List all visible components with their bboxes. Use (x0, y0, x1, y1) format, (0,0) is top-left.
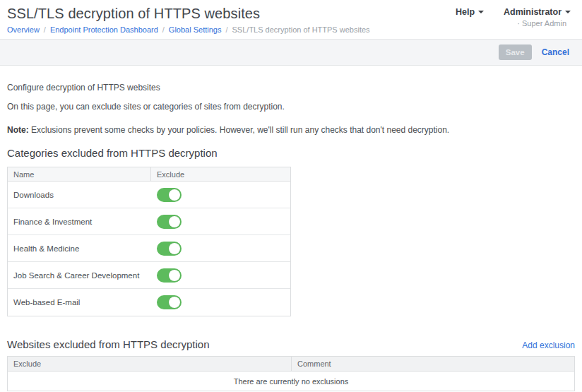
column-header-exclude: Exclude (8, 357, 292, 371)
table-row: Health & Medicine (8, 235, 290, 262)
category-name: Web-based E-mail (8, 298, 151, 307)
intro-line-2: On this page, you can exclude sites or c… (7, 102, 575, 112)
exclude-cell (151, 295, 290, 309)
save-button[interactable]: Save (499, 44, 532, 60)
column-header-exclude: Exclude (151, 170, 290, 179)
category-name: Health & Medicine (8, 244, 151, 253)
column-header-comment: Comment (292, 360, 574, 368)
toggle-knob (169, 216, 180, 227)
note-label: Note: (7, 125, 29, 135)
caret-down-icon (478, 11, 484, 13)
websites-table: Exclude Comment There are currently no e… (7, 356, 575, 391)
categories-table: Name Exclude Downloads Finance & Investm… (7, 167, 291, 316)
exclude-cell (151, 268, 290, 283)
table-row: Downloads (8, 182, 290, 208)
exclude-toggle[interactable] (157, 268, 182, 283)
cancel-button[interactable]: Cancel (542, 47, 569, 57)
main-content: Configure decryption of HTTPS websites O… (0, 83, 582, 391)
page: SSL/TLS decryption of HTTPS websites Ove… (0, 0, 582, 392)
table-row: Finance & Investment (8, 208, 290, 235)
category-name: Finance & Investment (8, 218, 151, 226)
page-header: SSL/TLS decryption of HTTPS websites Ove… (0, 0, 582, 39)
websites-table-header: Exclude Comment (8, 357, 574, 372)
action-toolbar: Save Cancel (0, 39, 582, 66)
exclude-toggle[interactable] (157, 215, 182, 229)
column-header-name: Name (8, 167, 151, 181)
toggle-knob (169, 243, 180, 254)
help-menu[interactable]: Help (456, 7, 484, 17)
breadcrumb-separator: / (44, 25, 46, 34)
user-menu[interactable]: Administrator (504, 7, 571, 17)
exclude-toggle[interactable] (157, 242, 182, 256)
websites-section-header-row: Websites excluded from HTTPS decryption … (7, 338, 575, 350)
toggle-knob (169, 189, 180, 201)
caret-down-icon (565, 11, 571, 13)
breadcrumb-link-endpoint-dashboard[interactable]: Endpoint Protection Dashboard (50, 25, 158, 34)
user-role-label: · Super Admin (517, 19, 566, 28)
breadcrumb-current: SSL/TLS decryption of HTTPS websites (232, 25, 370, 34)
exclude-toggle[interactable] (157, 188, 182, 202)
breadcrumb-separator: / (225, 25, 227, 34)
breadcrumb-separator: / (162, 25, 165, 34)
add-exclusion-link[interactable]: Add exclusion (522, 340, 575, 350)
exclude-toggle[interactable] (157, 295, 182, 309)
empty-state-row: There are currently no exclusions (8, 372, 574, 391)
table-row: Job Search & Career Development (8, 262, 290, 289)
toggle-knob (169, 270, 180, 281)
user-menu-block: Administrator · Super Admin (504, 7, 571, 28)
category-name: Downloads (8, 191, 151, 199)
table-row: Web-based E-mail (8, 289, 290, 316)
websites-section-heading: Websites excluded from HTTPS decryption (7, 338, 210, 350)
categories-section-heading: Categories excluded from HTTPS decryptio… (7, 147, 575, 159)
note-text: Exclusions prevent some checks by your p… (29, 125, 450, 135)
breadcrumb-link-overview[interactable]: Overview (7, 25, 40, 34)
exclude-cell (151, 215, 290, 229)
intro-line-1: Configure decryption of HTTPS websites (7, 83, 575, 93)
user-menu-label: Administrator (504, 7, 562, 17)
category-name: Job Search & Career Development (8, 271, 151, 280)
intro-note: Note: Exclusions prevent some checks by … (7, 125, 575, 135)
exclude-cell (151, 188, 290, 202)
toggle-knob (169, 297, 180, 308)
exclude-cell (151, 242, 290, 256)
breadcrumb-link-global-settings[interactable]: Global Settings (169, 25, 222, 34)
categories-table-header: Name Exclude (8, 167, 290, 182)
help-menu-label: Help (456, 7, 475, 17)
header-menus: Help Administrator · Super Admin (456, 7, 571, 28)
